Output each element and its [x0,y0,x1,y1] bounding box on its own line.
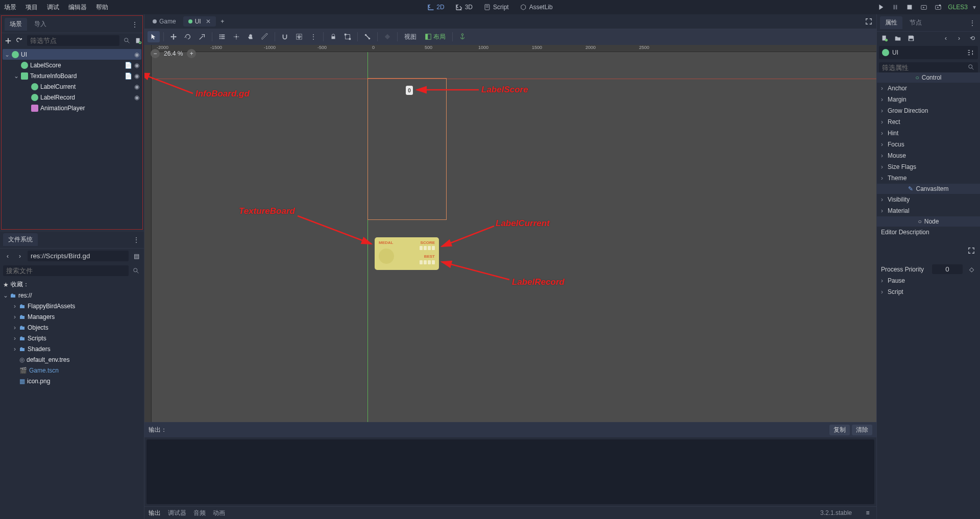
prop-anchor[interactable]: ›Anchor [877,83,980,94]
move-tool-icon[interactable] [167,31,180,42]
list-select-icon[interactable] [216,31,228,42]
fs-file-icon-png[interactable]: ▦icon.png [1,376,143,386]
prop-sizeflags[interactable]: ›Size Flags [877,161,980,172]
prop-process-priority[interactable]: Process Priority ◇ [877,263,980,275]
history-menu-icon[interactable]: ⟲ [968,34,977,43]
play-scene-button[interactable] [919,3,928,12]
pivot-tool-icon[interactable] [230,31,242,42]
scale-tool-icon[interactable] [196,31,208,42]
node-label-score[interactable]: LabelScore 📄◉ [3,60,141,70]
section-canvasitem[interactable]: ✎CanvasItem [877,184,980,194]
instance-scene-button[interactable] [16,36,23,45]
pan-tool-icon[interactable] [244,31,257,42]
attach-script-icon[interactable] [135,36,142,45]
stop-button[interactable] [905,3,914,12]
spinner-icon[interactable]: ◇ [967,265,976,274]
split-mode-icon[interactable]: ▤ [132,252,141,261]
tab-filesystem[interactable]: 文件系统 [3,233,38,246]
label-score-node[interactable]: 0 [406,86,413,95]
history-back-icon[interactable]: ‹ [941,34,950,43]
fs-folder-shaders[interactable]: ›🖿Shaders [1,343,143,354]
fs-favorites[interactable]: ★收藏： [1,279,143,290]
search-icon[interactable] [967,63,976,72]
tab-debugger[interactable]: 调试器 [168,509,186,517]
menu-scene[interactable]: 场景 [4,3,16,12]
dock-options-icon[interactable]: ⋮ [968,18,977,28]
group-icon[interactable] [341,31,354,42]
prop-hint[interactable]: ›Hint [877,128,980,139]
play-custom-scene-button[interactable] [934,3,943,12]
tab-scene[interactable]: 场景 [5,18,27,31]
prop-visibility[interactable]: ›Visibility [877,194,980,205]
section-node[interactable]: ○Node [877,216,980,227]
menu-help[interactable]: 帮助 [96,3,108,12]
add-node-button[interactable] [5,36,12,45]
nav-forward-icon[interactable]: › [15,252,24,261]
copy-button[interactable]: 复制 [829,425,850,435]
renderer-dropdown-icon[interactable]: ▾ [973,4,976,11]
node-label-record[interactable]: LabelRecord ◉ [3,92,141,103]
save-resource-icon[interactable] [906,34,916,43]
fs-folder-managers[interactable]: ›🖿Managers [1,311,143,322]
load-resource-icon[interactable] [893,34,902,43]
fs-folder-scripts[interactable]: ›🖿Scripts [1,333,143,343]
dock-options-icon[interactable]: ⋮ [132,235,141,244]
filter-nodes-input[interactable] [27,35,119,46]
menu-editor[interactable]: 编辑器 [68,3,87,12]
prop-material[interactable]: ›Material [877,205,980,216]
snap-toggle-icon[interactable] [279,31,291,42]
prop-focus[interactable]: ›Focus [877,139,980,150]
prop-pause[interactable]: ›Pause [877,275,980,286]
node-texture-info-board[interactable]: ⌄ TextureInfoBoard 📄◉ [3,70,141,81]
node-animation-player[interactable]: AnimationPlayer [3,103,141,113]
pause-button[interactable] [891,3,900,12]
section-control[interactable]: ○Control [877,72,980,83]
tab-output[interactable]: 输出 [149,509,161,517]
prop-grow[interactable]: ›Grow Direction [877,105,980,116]
tab-animation[interactable]: 动画 [213,509,225,517]
process-priority-input[interactable] [932,264,963,274]
prop-margin[interactable]: ›Margin [877,94,980,105]
clear-button[interactable]: 清除 [852,425,872,435]
distraction-free-icon[interactable] [864,17,873,26]
rotate-tool-icon[interactable] [182,31,194,42]
workspace-3d-button[interactable]: 3D [452,2,477,12]
node-ui[interactable]: ⌄ UI ◉ [3,49,141,60]
add-tab-button[interactable]: + [218,17,227,26]
view-menu-button[interactable]: 视图 [401,31,420,42]
path-input[interactable] [28,251,129,261]
prop-editor-desc[interactable]: Editor Description [877,227,980,238]
renderer-label[interactable]: GLES3 [948,4,968,11]
scene-tab-game[interactable]: Game [148,16,181,27]
prop-script[interactable]: ›Script [877,286,980,298]
visibility-icon[interactable]: ◉ [134,62,139,69]
script-icon[interactable]: 📄 [125,62,132,69]
visibility-icon[interactable]: ◉ [134,51,139,58]
fs-file-game-tscn[interactable]: 🎬Game.tscn [1,365,143,376]
visibility-icon[interactable]: ◉ [134,94,139,101]
menu-project[interactable]: 项目 [26,3,38,12]
play-button[interactable] [876,3,886,12]
prop-rect[interactable]: ›Rect [877,116,980,128]
fs-file-default-env[interactable]: ◎default_env.tres [1,354,143,365]
tab-audio[interactable]: 音频 [193,509,206,517]
prop-mouse[interactable]: ›Mouse [877,150,980,161]
tab-inspector[interactable]: 属性 [880,16,902,29]
grid-snap-icon[interactable] [293,31,305,42]
output-body[interactable] [146,439,874,504]
nav-back-icon[interactable]: ‹ [3,252,12,261]
search-icon[interactable] [124,36,131,45]
zoom-in-button[interactable]: + [187,49,196,58]
ruler-tool-icon[interactable] [259,31,271,42]
visibility-icon[interactable]: ◉ [134,83,139,90]
ui-control-rect[interactable] [368,78,447,220]
workspace-script-button[interactable]: Script [480,2,513,12]
distraction-free-icon[interactable] [967,246,976,255]
workspace-2d-button[interactable]: 2D [423,2,448,12]
scene-tab-ui[interactable]: UI✕ [183,16,216,27]
zoom-out-button[interactable]: − [151,49,160,58]
layout-menu-button[interactable]: 布局 [422,31,449,42]
tab-node[interactable]: 节点 [904,16,927,29]
fs-root[interactable]: ⌄🖿res:// [1,290,143,301]
texture-info-board-node[interactable]: MEDAL SCORE BEST [375,237,439,270]
